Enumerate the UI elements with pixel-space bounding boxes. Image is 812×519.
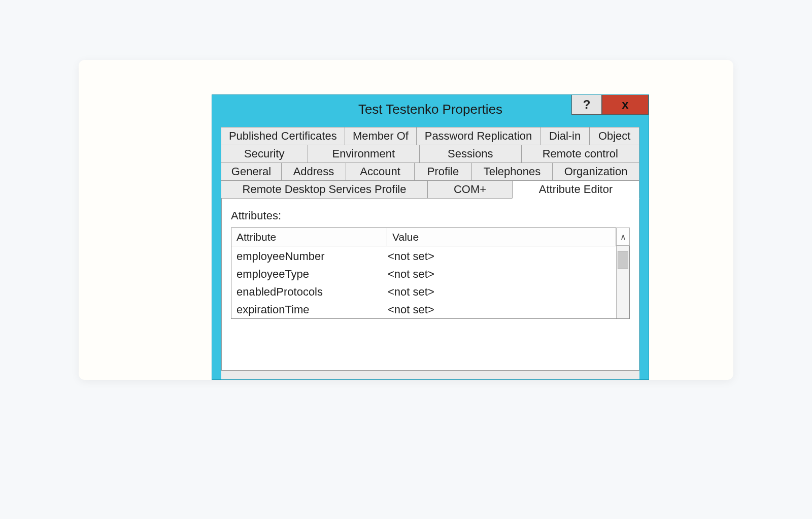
attr-value: <not set> bbox=[388, 268, 434, 281]
tab-published-certificates[interactable]: Published Certificates bbox=[221, 127, 345, 145]
tab-telephones[interactable]: Telephones bbox=[471, 163, 553, 181]
properties-dialog: Test Testenko Properties ? x Published C… bbox=[212, 94, 649, 380]
attributes-list[interactable]: Attribute Value employeeNumber <not set>… bbox=[231, 228, 616, 318]
titlebar: Test Testenko Properties ? x bbox=[212, 95, 649, 123]
column-header-value[interactable]: Value bbox=[387, 228, 616, 246]
scrollbar-thumb[interactable] bbox=[618, 251, 628, 269]
tab-remote-desktop-services-profile[interactable]: Remote Desktop Services Profile bbox=[221, 180, 428, 199]
tab-row-2: Security Environment Sessions Remote con… bbox=[221, 145, 639, 163]
attr-name: employeeNumber bbox=[231, 250, 388, 263]
tab-panel-attribute-editor: Attributes: Attribute Value employeeNumb… bbox=[221, 198, 639, 371]
table-row[interactable]: expirationTime <not set> bbox=[231, 301, 616, 318]
dialog-body: Published Certificates Member Of Passwor… bbox=[221, 127, 639, 379]
scroll-up-button[interactable]: ∧ bbox=[616, 228, 630, 246]
tab-member-of[interactable]: Member Of bbox=[345, 127, 417, 145]
attr-name: employeeType bbox=[231, 268, 388, 281]
tab-address[interactable]: Address bbox=[281, 163, 346, 181]
table-row[interactable]: employeeNumber <not set> bbox=[231, 247, 616, 265]
attr-name: enabledProtocols bbox=[231, 285, 388, 299]
tab-password-replication[interactable]: Password Replication bbox=[416, 127, 540, 145]
vertical-scrollbar[interactable]: ∧ bbox=[616, 228, 629, 318]
tab-sessions[interactable]: Sessions bbox=[419, 145, 522, 163]
table-row[interactable]: employeeType <not set> bbox=[231, 265, 616, 283]
table-row[interactable]: enabledProtocols <not set> bbox=[231, 283, 616, 301]
attr-value: <not set> bbox=[388, 285, 434, 299]
tab-environment[interactable]: Environment bbox=[308, 145, 420, 163]
tab-account[interactable]: Account bbox=[346, 163, 415, 181]
help-button[interactable]: ? bbox=[571, 94, 602, 115]
close-button[interactable]: x bbox=[602, 94, 649, 115]
column-header-attribute[interactable]: Attribute bbox=[231, 228, 387, 246]
card-container: Test Testenko Properties ? x Published C… bbox=[79, 60, 733, 380]
tab-remote-control[interactable]: Remote control bbox=[521, 145, 640, 163]
attribute-rows: employeeNumber <not set> employeeType <n… bbox=[231, 246, 616, 318]
tab-attribute-editor[interactable]: Attribute Editor bbox=[512, 180, 639, 199]
tab-row-3: General Address Account Profile Telephon… bbox=[221, 163, 639, 181]
chevron-up-icon: ∧ bbox=[620, 232, 626, 242]
tab-general[interactable]: General bbox=[221, 163, 282, 181]
tab-com-plus[interactable]: COM+ bbox=[427, 180, 513, 199]
tab-security[interactable]: Security bbox=[221, 145, 308, 163]
tab-row-4: Remote Desktop Services Profile COM+ Att… bbox=[221, 181, 639, 199]
tab-organization[interactable]: Organization bbox=[552, 163, 639, 181]
titlebar-buttons: ? x bbox=[571, 94, 649, 118]
attributes-label: Attributes: bbox=[231, 209, 630, 222]
attr-name: expirationTime bbox=[231, 303, 388, 316]
tab-object[interactable]: Object bbox=[589, 127, 639, 145]
attr-value: <not set> bbox=[388, 250, 434, 263]
tab-profile[interactable]: Profile bbox=[414, 163, 472, 181]
attr-value: <not set> bbox=[388, 303, 434, 316]
attributes-table: Attribute Value employeeNumber <not set>… bbox=[231, 228, 630, 319]
attributes-header-row: Attribute Value bbox=[231, 228, 616, 246]
tab-row-1: Published Certificates Member Of Passwor… bbox=[221, 127, 639, 145]
tab-dial-in[interactable]: Dial-in bbox=[540, 127, 590, 145]
